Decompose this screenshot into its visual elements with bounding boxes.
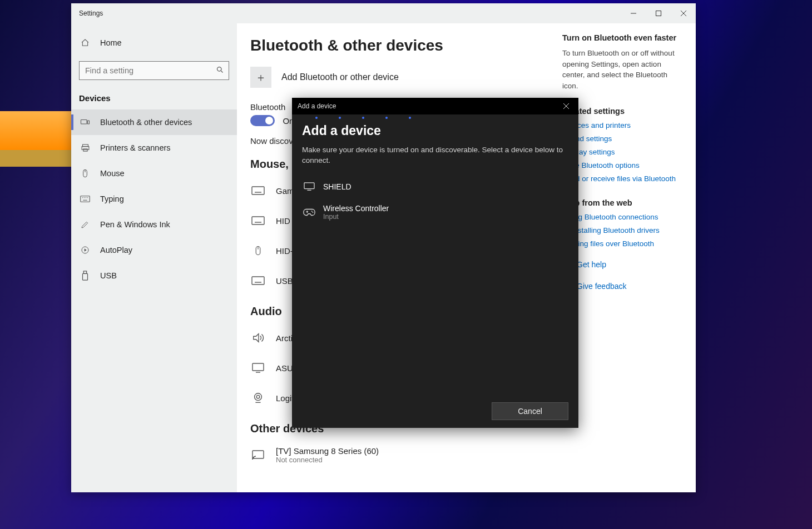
sidebar-item-label: Printers & scanners: [100, 143, 171, 152]
found-device-type: Input: [323, 213, 389, 221]
search-icon: [216, 66, 224, 76]
svg-rect-29: [252, 277, 264, 285]
link-send-receive[interactable]: Send or receive files via Bluetooth: [562, 174, 684, 183]
svg-line-5: [221, 71, 222, 72]
gamepad-icon: [303, 206, 315, 218]
svg-rect-21: [83, 271, 86, 274]
svg-rect-36: [252, 451, 264, 458]
progress-dots: [315, 117, 568, 119]
related-title: Related settings: [562, 107, 684, 116]
link-sound-settings[interactable]: Sound settings: [562, 134, 684, 143]
svg-marker-31: [254, 334, 259, 342]
modal-heading: Add a device: [302, 123, 568, 138]
keyboard-icon: [250, 273, 266, 288]
sidebar-item-label: Bluetooth & other devices: [100, 118, 192, 127]
nav-home-label: Home: [100, 38, 122, 47]
sidebar-item-printers[interactable]: Printers & scanners: [71, 135, 237, 161]
keyboard-icon: [250, 183, 266, 198]
desktop-bg-yellow: [0, 150, 72, 167]
speaker-icon: [250, 330, 266, 346]
found-device-shield[interactable]: SHIELD: [302, 175, 568, 198]
tip-body: To turn Bluetooth on or off without open…: [562, 48, 684, 91]
modal-subtext: Make sure your device is turned on and d…: [302, 145, 568, 166]
svg-rect-9: [82, 146, 89, 149]
webcam-icon: [250, 390, 266, 406]
modal-title: Add a device: [298, 102, 336, 110]
sidebar-item-pen[interactable]: Pen & Windows Ink: [71, 212, 237, 237]
svg-point-35: [256, 395, 260, 398]
cancel-label: Cancel: [518, 407, 542, 416]
sidebar-item-label: Typing: [100, 194, 124, 203]
autoplay-icon: [80, 245, 90, 255]
svg-rect-13: [81, 196, 90, 202]
link-share-files[interactable]: Sharing files over Bluetooth: [562, 239, 684, 248]
svg-rect-1: [656, 11, 661, 16]
cast-icon: [250, 447, 266, 463]
window-titlebar: Settings: [71, 3, 696, 23]
sidebar-item-label: USB: [100, 271, 117, 280]
svg-rect-25: [252, 217, 264, 224]
sidebar-category: Devices: [71, 84, 237, 109]
found-device-name: Wireless Controller: [323, 204, 389, 213]
plus-icon: ＋: [250, 67, 271, 88]
svg-rect-23: [252, 187, 264, 194]
nav-home[interactable]: Home: [71, 30, 237, 56]
svg-rect-6: [81, 120, 87, 124]
tip-title: Turn on Bluetooth even faster: [562, 33, 684, 42]
sidebar-item-mouse[interactable]: Mouse: [71, 161, 237, 186]
web-title: Help from the web: [562, 198, 684, 207]
svg-rect-10: [83, 148, 87, 151]
get-help-link[interactable]: Get help: [562, 259, 684, 270]
sidebar-item-autoplay[interactable]: AutoPlay: [71, 237, 237, 263]
device-name: [TV] Samsung 8 Series (60): [276, 446, 379, 456]
mouse-icon: [80, 168, 90, 178]
sidebar-item-typing[interactable]: Typing: [71, 186, 237, 212]
feedback-link[interactable]: Give feedback: [562, 281, 684, 291]
minimize-button[interactable]: [621, 3, 646, 23]
cancel-button[interactable]: Cancel: [492, 402, 568, 420]
svg-rect-40: [304, 183, 314, 189]
svg-rect-32: [252, 363, 264, 371]
close-button[interactable]: [671, 3, 696, 23]
link-reinstall-drivers[interactable]: Reinstalling Bluetooth drivers: [562, 226, 684, 234]
right-pane: Turn on Bluetooth even faster To turn Bl…: [562, 23, 696, 291]
link-devices-printers[interactable]: Devices and printers: [562, 121, 684, 129]
found-device-controller[interactable]: Wireless Controller Input: [302, 198, 568, 226]
sidebar-item-usb[interactable]: USB: [71, 263, 237, 288]
sidebar-item-label: AutoPlay: [100, 246, 132, 254]
add-device-label: Add Bluetooth or other device: [281, 72, 399, 82]
svg-marker-20: [85, 248, 87, 251]
link-more-bt[interactable]: More Bluetooth options: [562, 161, 684, 169]
link-display-settings[interactable]: Display settings: [562, 148, 684, 156]
svg-rect-22: [83, 273, 88, 280]
modal-close-button[interactable]: [553, 98, 578, 114]
usb-icon: [80, 271, 90, 281]
sidebar-item-label: Pen & Windows Ink: [100, 220, 170, 229]
maximize-button[interactable]: [646, 3, 671, 23]
svg-point-4: [217, 67, 222, 71]
svg-rect-7: [88, 121, 90, 124]
device-status: Not connected: [276, 456, 379, 464]
modal-titlebar: Add a device: [292, 98, 578, 114]
desktop-bg-orange: [0, 111, 72, 150]
search-input[interactable]: [84, 66, 216, 76]
pen-icon: [80, 219, 90, 229]
window-title: Settings: [79, 9, 103, 17]
feedback-label: Give feedback: [577, 282, 627, 291]
svg-point-45: [313, 212, 314, 213]
monitor-icon: [250, 360, 266, 376]
get-help-label: Get help: [577, 260, 606, 269]
sidebar-item-label: Mouse: [100, 169, 125, 178]
printer-icon: [80, 143, 90, 153]
svg-point-34: [255, 393, 262, 401]
devices-icon: [80, 117, 90, 127]
monitor-icon: [303, 181, 315, 193]
found-device-name: SHIELD: [323, 182, 351, 191]
search-input-wrap[interactable]: [79, 61, 229, 80]
mouse-icon: [250, 243, 266, 258]
sidebar: Home Devices Bluetooth & other devices: [71, 23, 237, 492]
device-row[interactable]: [TV] Samsung 8 Series (60) Not connected: [250, 442, 682, 468]
sidebar-item-bluetooth[interactable]: Bluetooth & other devices: [71, 109, 237, 135]
link-fix-bt[interactable]: Fixing Bluetooth connections: [562, 213, 684, 221]
bluetooth-toggle[interactable]: [250, 115, 275, 126]
